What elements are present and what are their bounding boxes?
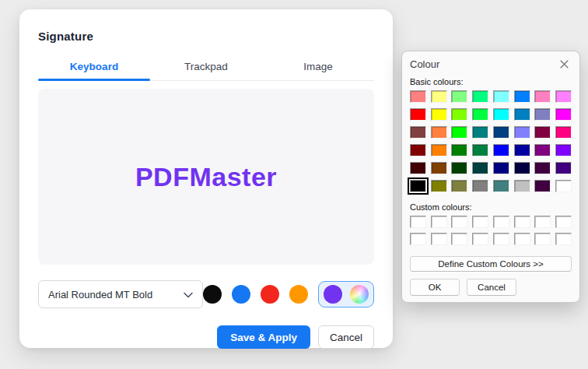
custom-colour-2[interactable] bbox=[451, 216, 467, 228]
basic-colour-13[interactable] bbox=[514, 108, 530, 121]
custom-colour-6[interactable] bbox=[534, 216, 551, 228]
basic-colour-7[interactable] bbox=[555, 90, 572, 103]
basic-colour-15[interactable] bbox=[555, 108, 572, 121]
basic-colour-28[interactable] bbox=[493, 144, 509, 156]
basic-colour-24[interactable] bbox=[410, 144, 426, 156]
text-colour-swatches bbox=[203, 281, 374, 308]
custom-colour-9[interactable] bbox=[431, 233, 447, 245]
basic-colour-40[interactable] bbox=[410, 180, 426, 192]
colour-dialog-buttons: OK Cancel bbox=[410, 279, 572, 296]
basic-colour-14[interactable] bbox=[534, 108, 551, 121]
custom-colours-grid bbox=[410, 216, 572, 245]
basic-colour-19[interactable] bbox=[472, 126, 488, 139]
custom-colour-14[interactable] bbox=[534, 233, 551, 245]
custom-colour-1[interactable] bbox=[431, 216, 447, 228]
basic-colour-43[interactable] bbox=[472, 180, 488, 192]
colour-swatch-black[interactable] bbox=[203, 285, 222, 304]
signature-preview-text: PDFMaster bbox=[135, 162, 277, 192]
basic-colour-1[interactable] bbox=[431, 90, 447, 103]
basic-colour-34[interactable] bbox=[451, 162, 467, 174]
colour-swatch-red[interactable] bbox=[261, 285, 279, 304]
font-select-value: Arial Rounded MT Bold bbox=[48, 289, 152, 300]
basic-colour-38[interactable] bbox=[534, 162, 551, 174]
ok-button[interactable]: OK bbox=[410, 279, 460, 296]
basic-colour-3[interactable] bbox=[472, 90, 488, 103]
custom-colour-15[interactable] bbox=[555, 233, 572, 245]
basic-colour-22[interactable] bbox=[534, 126, 551, 139]
basic-colours-label: Basic colours: bbox=[410, 77, 572, 86]
basic-colour-36[interactable] bbox=[493, 162, 509, 174]
basic-colour-5[interactable] bbox=[514, 90, 530, 103]
basic-colour-9[interactable] bbox=[431, 108, 447, 121]
signature-footer: Save & Apply Cancel bbox=[38, 325, 374, 349]
selected-swatch-group bbox=[318, 281, 374, 308]
basic-colour-11[interactable] bbox=[472, 108, 488, 121]
basic-colour-32[interactable] bbox=[410, 162, 426, 174]
custom-colour-12[interactable] bbox=[493, 233, 509, 245]
basic-colour-39[interactable] bbox=[555, 162, 572, 174]
signature-tab-bar: KeyboardTrackpadImage bbox=[38, 55, 374, 81]
basic-colour-16[interactable] bbox=[410, 126, 426, 139]
signature-dialog-title: Signature bbox=[38, 30, 374, 43]
basic-colour-18[interactable] bbox=[451, 126, 467, 139]
colour-swatch-rainbow-picker[interactable] bbox=[350, 285, 369, 304]
basic-colour-33[interactable] bbox=[431, 162, 447, 174]
basic-colour-41[interactable] bbox=[431, 180, 447, 192]
basic-colour-25[interactable] bbox=[431, 144, 447, 156]
font-select[interactable]: Arial Rounded MT Bold bbox=[38, 280, 203, 308]
save-apply-button[interactable]: Save & Apply bbox=[217, 325, 310, 349]
basic-colour-29[interactable] bbox=[514, 144, 530, 156]
custom-colour-13[interactable] bbox=[514, 233, 530, 245]
custom-colours-label: Custom colours: bbox=[410, 202, 572, 212]
basic-colour-46[interactable] bbox=[534, 180, 551, 192]
custom-colour-10[interactable] bbox=[451, 233, 467, 245]
signature-controls-row: Arial Rounded MT Bold bbox=[38, 280, 374, 308]
signature-dialog: Signature KeyboardTrackpadImage PDFMaste… bbox=[19, 9, 393, 348]
basic-colour-17[interactable] bbox=[431, 126, 447, 139]
define-custom-colours-button[interactable]: Define Custom Colours >> bbox=[410, 256, 572, 272]
basic-colour-12[interactable] bbox=[493, 108, 509, 121]
basic-colour-27[interactable] bbox=[472, 144, 488, 156]
basic-colour-42[interactable] bbox=[451, 180, 467, 192]
basic-colour-4[interactable] bbox=[493, 90, 509, 103]
basic-colour-6[interactable] bbox=[534, 90, 551, 103]
custom-colour-5[interactable] bbox=[514, 216, 530, 228]
basic-colour-37[interactable] bbox=[514, 162, 530, 174]
custom-colour-0[interactable] bbox=[410, 216, 426, 228]
basic-colour-2[interactable] bbox=[451, 90, 467, 103]
colour-swatch-orange[interactable] bbox=[289, 285, 308, 304]
basic-colour-47[interactable] bbox=[555, 180, 572, 192]
signature-preview-canvas[interactable]: PDFMaster bbox=[38, 89, 374, 265]
chevron-down-icon bbox=[184, 289, 193, 300]
custom-colour-11[interactable] bbox=[472, 233, 488, 245]
colour-dialog: Colour Basic colours: Custom colours: De… bbox=[401, 51, 580, 303]
tab-image[interactable]: Image bbox=[262, 55, 374, 80]
basic-colour-31[interactable] bbox=[555, 144, 572, 156]
colour-swatch-blue[interactable] bbox=[232, 285, 250, 304]
basic-colour-45[interactable] bbox=[514, 180, 530, 192]
basic-colour-23[interactable] bbox=[555, 126, 572, 139]
colour-dialog-titlebar: Colour bbox=[410, 58, 572, 70]
basic-colour-21[interactable] bbox=[514, 126, 530, 139]
basic-colours-grid bbox=[410, 90, 572, 192]
basic-colour-8[interactable] bbox=[410, 108, 426, 121]
custom-colour-4[interactable] bbox=[493, 216, 509, 228]
basic-colour-20[interactable] bbox=[493, 126, 509, 139]
basic-colour-30[interactable] bbox=[534, 144, 551, 156]
basic-colour-26[interactable] bbox=[451, 144, 467, 156]
custom-colour-7[interactable] bbox=[555, 216, 572, 228]
colour-dialog-title: Colour bbox=[410, 58, 439, 70]
basic-colour-35[interactable] bbox=[472, 162, 488, 174]
basic-colour-0[interactable] bbox=[410, 90, 426, 103]
colour-cancel-button[interactable]: Cancel bbox=[467, 279, 516, 296]
tab-trackpad[interactable]: Trackpad bbox=[150, 55, 262, 80]
basic-colour-10[interactable] bbox=[451, 108, 467, 121]
colour-swatch-purple[interactable] bbox=[324, 285, 342, 304]
close-icon[interactable] bbox=[557, 58, 572, 70]
custom-colour-3[interactable] bbox=[472, 216, 488, 228]
tab-keyboard[interactable]: Keyboard bbox=[38, 55, 150, 80]
custom-colour-8[interactable] bbox=[410, 233, 426, 245]
basic-colour-44[interactable] bbox=[493, 180, 509, 192]
cancel-button[interactable]: Cancel bbox=[318, 325, 374, 349]
